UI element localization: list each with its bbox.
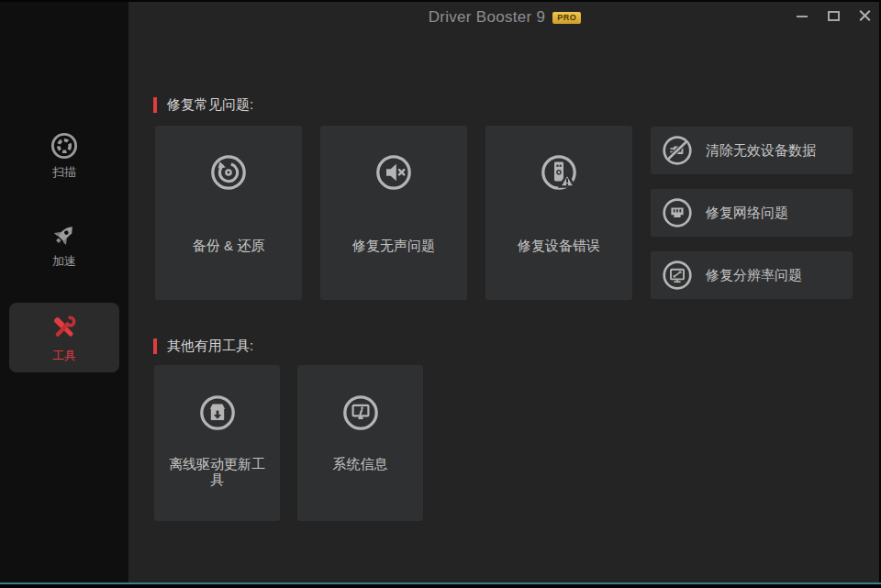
card-label: 系统信息 bbox=[324, 456, 397, 472]
sidebar-item-label: 加速 bbox=[52, 253, 76, 270]
minimize-button[interactable] bbox=[791, 5, 813, 27]
sidebar-item-boost[interactable]: 加速 bbox=[9, 220, 119, 270]
minimize-icon bbox=[797, 16, 808, 17]
close-icon bbox=[859, 10, 870, 21]
card-label: 修复无声问题 bbox=[345, 238, 442, 255]
section-heading-fix-common: 修复常见问题: bbox=[153, 96, 253, 114]
window-controls bbox=[791, 5, 875, 27]
section-heading-other-tools: 其他有用工具: bbox=[153, 338, 253, 355]
button-label: 清除无效设备数据 bbox=[706, 142, 816, 160]
monitor-resize-icon bbox=[662, 260, 693, 291]
maximize-button[interactable] bbox=[822, 5, 844, 27]
tools-icon bbox=[49, 312, 80, 343]
card-label: 修复设备错误 bbox=[510, 238, 608, 255]
card-fix-device-error[interactable]: 修复设备错误 bbox=[485, 126, 632, 300]
app-window: 扫描 加速 bbox=[0, 0, 881, 588]
device-error-icon bbox=[541, 154, 577, 191]
monitor-info-icon bbox=[342, 394, 379, 431]
card-label: 离线驱动更新工具 bbox=[154, 456, 280, 487]
sidebar: 扫描 加速 bbox=[0, 0, 128, 588]
card-fix-no-sound[interactable]: 修复无声问题 bbox=[320, 126, 467, 300]
button-fix-resolution[interactable]: 修复分辨率问题 bbox=[651, 251, 853, 299]
button-clean-invalid-device-data[interactable]: 清除无效设备数据 bbox=[651, 127, 853, 174]
accent-bar bbox=[153, 338, 157, 354]
button-label: 修复网络问题 bbox=[706, 205, 788, 222]
mute-speaker-icon bbox=[375, 154, 412, 191]
card-system-info[interactable]: 系统信息 bbox=[297, 365, 423, 521]
download-box-icon bbox=[199, 394, 236, 431]
window-border-top bbox=[0, 0, 881, 2]
accent-bar bbox=[153, 97, 157, 113]
sidebar-item-label: 扫描 bbox=[52, 164, 76, 181]
maximize-icon bbox=[828, 11, 840, 21]
card-offline-driver-tool[interactable]: 离线驱动更新工具 bbox=[154, 365, 280, 521]
sidebar-item-label: 工具 bbox=[52, 348, 76, 364]
bottom-border bbox=[0, 584, 881, 588]
titlebar: Driver Booster 9 PRO bbox=[128, 2, 881, 33]
app-title: Driver Booster 9 bbox=[429, 8, 546, 27]
button-fix-network[interactable]: 修复网络问题 bbox=[651, 189, 853, 237]
sidebar-item-tools[interactable]: 工具 bbox=[9, 303, 119, 372]
ethernet-icon bbox=[662, 197, 693, 228]
clean-device-data-icon bbox=[662, 135, 693, 166]
section-heading-label: 其他有用工具: bbox=[167, 338, 253, 355]
button-label: 修复分辨率问题 bbox=[706, 267, 802, 284]
sidebar-item-scan[interactable]: 扫描 bbox=[9, 131, 119, 181]
rocket-icon bbox=[50, 220, 79, 250]
close-button[interactable] bbox=[853, 5, 875, 27]
scan-icon bbox=[50, 131, 79, 161]
card-backup-restore[interactable]: 备份 & 还原 bbox=[155, 126, 302, 300]
section-heading-label: 修复常见问题: bbox=[167, 96, 253, 114]
card-label: 备份 & 还原 bbox=[185, 238, 272, 255]
backup-restore-icon bbox=[210, 154, 247, 191]
pro-badge: PRO bbox=[552, 12, 581, 24]
menu-button[interactable] bbox=[53, 21, 75, 36]
